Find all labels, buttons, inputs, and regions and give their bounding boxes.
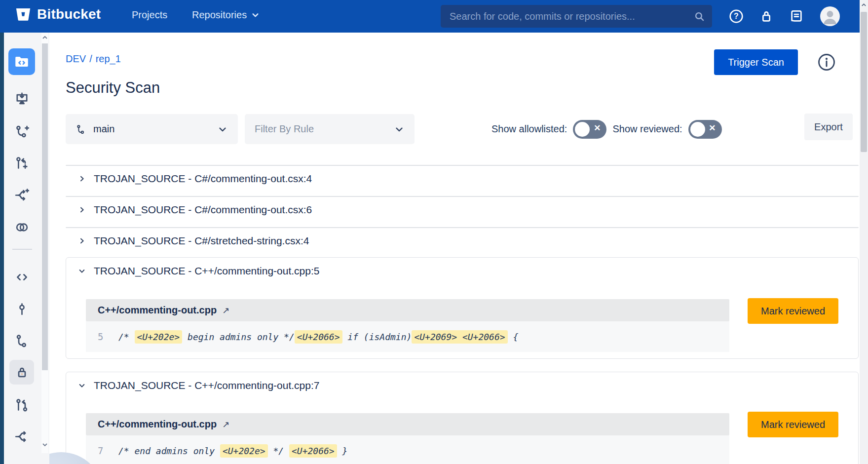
chevron-right-icon xyxy=(78,175,86,183)
chevron-right-icon xyxy=(78,206,86,214)
branch-icon xyxy=(75,124,86,135)
sidebar-item-compare[interactable] xyxy=(0,220,43,235)
breadcrumb-repo-link[interactable]: rep_1 xyxy=(96,53,121,64)
finding-row: TROJAN_SOURCE - C#/stretched-string.csx:… xyxy=(66,227,859,228)
code-snippet: C++/commenting-out.cpp ↗ 7 /* end admins… xyxy=(86,413,729,464)
sidebar-item-forks[interactable] xyxy=(0,429,43,444)
sidebar-scrollbar[interactable] xyxy=(41,33,48,453)
bitbucket-home-link[interactable]: Bitbucket xyxy=(15,6,101,23)
show-allowlisted-toggle[interactable]: ✕ xyxy=(573,120,606,139)
main-content: DEV/rep_1 Security Scan Trigger Scan mai… xyxy=(49,33,860,464)
hidden-unicode-token: <U+202e> xyxy=(220,444,268,458)
hidden-unicode-token: <U+2069> <U+2066> xyxy=(412,330,507,344)
page-scrollbar[interactable] xyxy=(860,0,868,464)
finding-expander[interactable]: TROJAN_SOURCE - C++/commenting-out.cpp:5 xyxy=(66,258,858,284)
sidebar-item-pull-requests[interactable] xyxy=(0,398,43,413)
help-icon[interactable]: ? xyxy=(728,8,744,24)
file-name: C++/commenting-out.cpp xyxy=(98,305,217,316)
info-icon[interactable] xyxy=(817,53,836,72)
bitbucket-logo-icon xyxy=(15,6,32,23)
branch-selector[interactable]: main xyxy=(66,114,238,144)
user-avatar[interactable] xyxy=(820,6,840,27)
code-line: 7 /* end admins only <U+202e> */ <U+2066… xyxy=(86,435,729,464)
sidebar-item-source[interactable] xyxy=(0,270,43,285)
sidebar-item-create-branch[interactable] xyxy=(0,124,43,140)
breadcrumb-project-link[interactable]: DEV xyxy=(66,53,86,64)
code-snippet: C++/commenting-out.cpp ↗ 5 /* <U+202e> b… xyxy=(86,299,729,352)
chevron-down-icon xyxy=(251,11,260,19)
hidden-unicode-token: <U+202e> xyxy=(135,330,183,344)
show-reviewed-toggle[interactable]: ✕ xyxy=(688,120,722,139)
show-reviewed-label: Show reviewed: xyxy=(612,123,682,135)
code-token: { xyxy=(508,332,519,342)
chevron-down-icon xyxy=(394,124,405,135)
nav-repositories-label: Repositories xyxy=(192,9,247,21)
fork-icon xyxy=(14,429,30,444)
search-icon[interactable] xyxy=(693,10,706,23)
finding-expander[interactable]: TROJAN_SOURCE - C++/commenting-out.cpp:7 xyxy=(66,372,858,399)
hidden-unicode-token: <U+2066> xyxy=(295,330,342,344)
code-token: /* xyxy=(118,332,135,342)
nav-projects-label: Projects xyxy=(132,9,167,21)
nav-projects[interactable]: Projects xyxy=(132,9,167,21)
file-name: C++/commenting-out.cpp xyxy=(98,419,217,430)
security-lock-icon xyxy=(14,365,30,380)
commit-icon xyxy=(14,302,30,317)
global-search xyxy=(441,5,712,28)
create-fork-icon xyxy=(14,188,30,203)
scroll-up-icon[interactable] xyxy=(861,2,867,7)
export-button[interactable]: Export xyxy=(804,114,853,140)
branches-icon xyxy=(14,333,30,348)
open-file-icon[interactable]: ↗ xyxy=(222,419,229,430)
toggle-off-x-icon: ✕ xyxy=(594,123,601,133)
finding-row-expanded: TROJAN_SOURCE - C++/commenting-out.cpp:7… xyxy=(66,372,859,464)
sidebar-item-create-fork[interactable] xyxy=(0,188,43,203)
breadcrumb: DEV/rep_1 xyxy=(66,53,121,65)
line-number: 7 xyxy=(98,445,111,456)
toggle-knob xyxy=(690,122,705,137)
compare-icon xyxy=(14,220,30,235)
scroll-down-icon[interactable] xyxy=(41,442,48,447)
sidebar-item-clone[interactable] xyxy=(0,91,43,107)
show-allowlisted-label: Show allowlisted: xyxy=(491,123,567,135)
finding-title: TROJAN_SOURCE - C++/commenting-out.cpp:7 xyxy=(94,380,320,391)
open-file-icon[interactable]: ↗ xyxy=(222,305,229,316)
chevron-down-icon xyxy=(217,124,228,135)
nav-repositories[interactable]: Repositories xyxy=(192,9,260,21)
bitbucket-window: Bitbucket Projects Repositories ? xyxy=(0,0,868,464)
mark-reviewed-button[interactable]: Mark reviewed xyxy=(748,412,838,437)
code-token: */ xyxy=(268,446,289,456)
create-branch-icon xyxy=(14,124,30,140)
chevron-right-icon xyxy=(78,237,86,245)
create-pull-request-icon xyxy=(14,156,30,171)
breadcrumb-separator: / xyxy=(89,53,92,64)
clone-icon xyxy=(14,91,30,107)
sidebar-item-repository-source[interactable] xyxy=(8,48,35,75)
page-scroll-thumb[interactable] xyxy=(861,12,867,152)
finding-expander[interactable]: TROJAN_SOURCE - C#/stretched-string.csx:… xyxy=(66,228,858,254)
code-token: if (isAdmin) xyxy=(342,332,412,342)
hidden-unicode-token: <U+2066> xyxy=(289,444,337,458)
sidebar-item-security-scan[interactable] xyxy=(9,360,34,385)
rule-placeholder: Filter By Rule xyxy=(255,123,314,135)
top-navigation: Bitbucket Projects Repositories ? xyxy=(0,0,868,33)
code-text: /* end admins only <U+202e> */ <U+2066> … xyxy=(118,446,347,456)
sidebar-item-branches[interactable] xyxy=(0,333,43,348)
line-number: 5 xyxy=(98,331,111,342)
toggle-group: Show allowlisted: ✕ Show reviewed: ✕ xyxy=(491,114,722,144)
page-title: Security Scan xyxy=(66,79,160,97)
trigger-scan-button[interactable]: Trigger Scan xyxy=(714,49,798,75)
sidebar-item-commits[interactable] xyxy=(0,302,43,317)
finding-expander[interactable]: TROJAN_SOURCE - C#/commenting-out.csx:6 xyxy=(66,196,858,223)
finding-expander[interactable]: TROJAN_SOURCE - C#/commenting-out.csx:4 xyxy=(66,165,858,192)
search-input[interactable] xyxy=(441,5,712,28)
sidebar-item-create-pull-request[interactable] xyxy=(0,156,43,171)
notes-icon[interactable] xyxy=(789,8,804,24)
mark-reviewed-button[interactable]: Mark reviewed xyxy=(748,298,838,324)
chevron-down-icon xyxy=(78,267,86,275)
filter-by-rule-selector[interactable]: Filter By Rule xyxy=(245,114,415,144)
sidebar-scroll-thumb[interactable] xyxy=(42,43,48,370)
finding-row: TROJAN_SOURCE - C#/commenting-out.csx:4 xyxy=(66,165,859,166)
lock-icon[interactable] xyxy=(758,8,774,24)
scroll-up-icon[interactable] xyxy=(41,35,48,40)
